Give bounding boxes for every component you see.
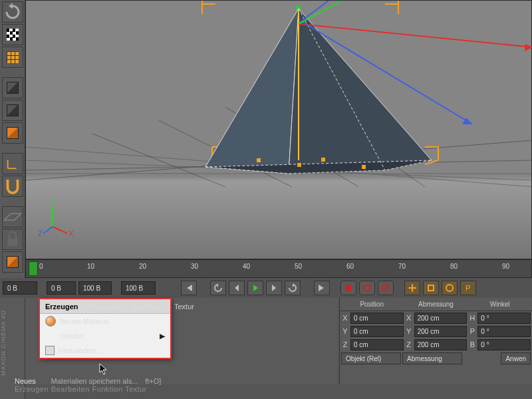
svg-line-30 [43,227,53,233]
tick: 50 [295,263,302,270]
menu-tab-edit[interactable]: Bearbeiten [88,303,123,311]
viewport-mini-axis: Y X Z [38,199,74,237]
menu-tab-function[interactable]: Funktion [132,303,160,311]
range-start[interactable]: 0 B [47,281,76,295]
menu-append[interactable]: Hinzuladen... [40,343,170,358]
tool-model[interactable] [2,77,23,98]
range-end[interactable]: 100 B [78,281,112,295]
angle-b-input[interactable]: 0 ° [477,339,531,350]
svg-rect-24 [257,158,261,162]
svg-line-16 [299,24,532,47]
autokey-button[interactable] [359,281,375,295]
below-menu-text: Neues Materialien speichern als... ft+O]… [15,377,201,393]
tick: 40 [243,263,250,270]
svg-text:X: X [68,229,74,237]
next-key-button[interactable] [285,281,301,295]
svg-rect-23 [362,165,366,169]
svg-rect-25 [321,158,325,162]
play-button[interactable] [247,281,263,295]
pos-z-input[interactable]: 0 cm [350,339,404,350]
tick: 30 [191,263,198,270]
size-x-input[interactable]: 200 cm [414,313,467,324]
coords-header: Position Abmessung Winkel [340,298,532,311]
submenu-arrow-icon: ▶ [160,332,165,340]
scale-button[interactable] [423,281,439,295]
header-angle: Winkel [468,301,532,308]
param-button[interactable]: P [460,281,476,295]
svg-line-21 [299,1,342,24]
apply-button[interactable]: Anwen [501,352,531,364]
pos-x-input[interactable]: 0 cm [350,313,404,324]
angle-h-input[interactable]: 0 ° [477,313,531,324]
svg-text:P: P [466,284,470,292]
material-sphere-icon [45,316,56,327]
angle-p-input[interactable]: 0 ° [477,326,531,337]
coordinates-panel: Position Abmessung Winkel X 0 cm X 200 c… [339,298,532,384]
step-forward-button[interactable] [266,281,282,295]
tick: 70 [398,263,406,270]
frame-end[interactable]: 100 B [121,281,156,295]
tool-deform[interactable] [2,251,23,273]
size-mode-select[interactable]: Abmessung [402,352,462,364]
viewport-scene: Y X Z [26,1,532,260]
svg-rect-36 [428,285,434,291]
svg-point-32 [345,285,352,291]
svg-rect-22 [297,163,301,167]
tool-grid[interactable] [2,47,23,68]
coord-row-z: Z 0 cm Z 200 cm B 0 ° [340,338,532,351]
viewport-3d[interactable]: Y X Z [25,0,532,259]
menu-item-label: Shader [60,332,83,340]
svg-point-33 [364,285,370,291]
materials-menu-tabs: Erzeugen Bearbeiten Funktion [40,299,170,314]
tool-undo[interactable] [2,1,23,23]
materials-menu: Erzeugen Bearbeiten Funktion Neues Mater… [39,298,172,359]
app-brand: MAXON CINEMA 4D [0,299,11,386]
coords-bottom: Objekt (Rel) Abmessung Anwen [340,351,532,366]
header-position: Position [340,301,404,308]
coord-row-x: X 0 cm X 200 cm H 0 ° [340,311,532,325]
svg-text:Y: Y [51,199,56,207]
move-button[interactable] [404,281,420,295]
tool-magnet[interactable] [2,176,23,197]
svg-text:?: ? [384,283,388,291]
coord-mode-select[interactable]: Objekt (Rel) [341,352,401,364]
svg-marker-12 [289,9,432,174]
step-back-button[interactable] [229,281,245,295]
tick: 80 [450,263,458,270]
size-y-input[interactable]: 200 cm [414,326,467,337]
prev-key-button[interactable] [210,281,226,295]
menu-tab-create[interactable]: Erzeugen [45,303,78,311]
tick: 20 [139,263,146,270]
tick: 0 [39,263,43,270]
tool-axis[interactable] [2,122,23,144]
header-size: Abmessung [404,301,467,308]
menu-new-material[interactable]: Neues Material [40,314,170,329]
size-z-input[interactable]: 200 cm [414,339,467,350]
coord-row-y: Y 0 cm Y 200 cm P 0 ° [340,325,532,338]
tick: 60 [346,263,354,270]
timeline-ruler[interactable]: 0 10 20 30 40 50 60 70 80 90 [25,259,532,278]
tool-lock[interactable] [2,229,23,250]
svg-rect-0 [7,239,17,246]
menu-item-label: Hinzuladen... [59,346,101,354]
goto-end-button[interactable] [314,281,330,295]
svg-line-28 [53,227,67,233]
goto-start-button[interactable] [181,281,197,295]
tool-floor[interactable] [2,206,23,227]
frame-start[interactable]: 0 B [3,281,37,295]
tool-checker[interactable] [2,24,23,45]
svg-marker-11 [205,9,299,174]
pos-y-input[interactable]: 0 cm [350,326,404,337]
menu-shader[interactable]: Shader ▶ [40,329,170,343]
tab-textur[interactable]: Textur [174,303,194,311]
tool-coord-axis[interactable] [2,153,23,174]
record-button[interactable] [340,281,356,295]
playback-bar: 0 B 0 B 100 B 100 B ? P [0,278,532,298]
tool-object[interactable] [2,100,23,121]
timeline-playhead[interactable] [29,261,38,276]
svg-line-4 [92,134,225,187]
svg-marker-17 [525,44,532,51]
rotate-button[interactable] [442,281,458,295]
keyframe-options-button[interactable]: ? [378,281,394,295]
svg-text:Z: Z [38,229,43,237]
